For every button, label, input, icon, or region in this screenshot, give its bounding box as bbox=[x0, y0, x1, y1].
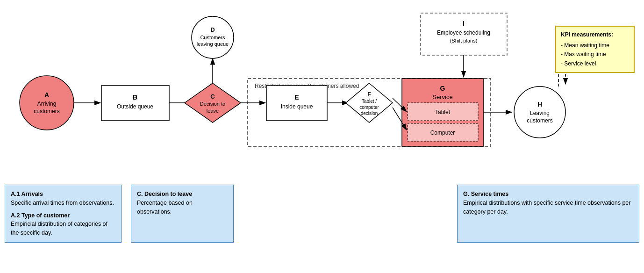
svg-text:G: G bbox=[440, 85, 445, 92]
info-a-text2: Empiricial distribution of categories of… bbox=[11, 220, 115, 237]
svg-text:Outside queue: Outside queue bbox=[117, 103, 153, 110]
svg-text:Inside queue: Inside queue bbox=[281, 103, 313, 110]
svg-text:Leaving: Leaving bbox=[530, 110, 550, 116]
svg-text:Computer: Computer bbox=[430, 129, 455, 136]
svg-text:computer: computer bbox=[359, 105, 379, 110]
svg-text:A: A bbox=[44, 91, 49, 99]
kpi-item-2: - Max waiting time bbox=[561, 50, 629, 59]
info-g-text: Empirical distributions with specific se… bbox=[463, 199, 633, 216]
svg-text:I: I bbox=[463, 20, 465, 27]
kpi-item-3: - Service level bbox=[561, 59, 629, 68]
svg-text:leave: leave bbox=[207, 108, 219, 114]
svg-text:Customers: Customers bbox=[200, 35, 225, 40]
svg-text:E: E bbox=[294, 93, 299, 101]
svg-text:Tablet /: Tablet / bbox=[362, 99, 377, 104]
svg-text:Service: Service bbox=[432, 93, 452, 101]
svg-text:leaving queue: leaving queue bbox=[197, 41, 229, 47]
info-a-text1: Specific arrival times from observations… bbox=[11, 199, 115, 208]
svg-text:B: B bbox=[133, 93, 137, 101]
info-c-title: C. Decision to leave bbox=[137, 191, 192, 197]
svg-text:C: C bbox=[210, 93, 215, 100]
svg-text:Tablet: Tablet bbox=[435, 109, 451, 115]
svg-text:decision: decision bbox=[361, 111, 378, 116]
info-a-title1: A.1 Arrivals bbox=[11, 191, 43, 197]
info-box-c: C. Decision to leave Percentage based on… bbox=[131, 185, 234, 243]
svg-text:Decision to: Decision to bbox=[200, 101, 225, 107]
kpi-box: KPI measurements: - Mean waiting time - … bbox=[555, 26, 635, 73]
svg-text:customers: customers bbox=[527, 117, 552, 124]
svg-text:customers: customers bbox=[34, 108, 59, 115]
info-boxes: A.1 Arrivals Specific arrival times from… bbox=[5, 185, 639, 243]
kpi-title: KPI measurements: bbox=[561, 30, 629, 39]
svg-text:(Shift plans): (Shift plans) bbox=[450, 38, 478, 43]
svg-text:Employee scheduling: Employee scheduling bbox=[437, 29, 490, 36]
svg-text:Arriving: Arriving bbox=[37, 101, 57, 107]
kpi-item-1: - Mean waiting time bbox=[561, 41, 629, 50]
info-box-g: G. Service times Empirical distributions… bbox=[457, 185, 639, 243]
info-a-title2: A.2 Type of customer bbox=[11, 212, 70, 219]
info-g-title: G. Service times bbox=[463, 191, 508, 197]
diagram-area: A Arriving customers B Outside queue C D… bbox=[0, 0, 644, 182]
info-box-a: A.1 Arrivals Specific arrival times from… bbox=[5, 185, 122, 243]
svg-text:F: F bbox=[367, 91, 371, 98]
svg-text:D: D bbox=[210, 26, 215, 33]
svg-text:H: H bbox=[537, 101, 542, 108]
info-c-text: Percentage based on observations. bbox=[137, 199, 228, 216]
